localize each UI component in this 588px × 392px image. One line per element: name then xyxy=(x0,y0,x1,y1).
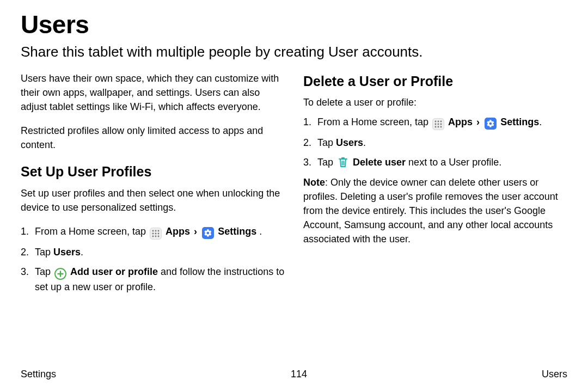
section-heading-delete: Delete a User or Profile xyxy=(303,71,567,91)
step-text: From a Home screen, tap xyxy=(35,226,149,237)
step-text: From a Home screen, tap xyxy=(317,117,431,127)
apps-grid-icon xyxy=(150,228,162,240)
svg-point-4 xyxy=(155,233,157,235)
note-paragraph: Note: Only the device owner can delete o… xyxy=(303,175,567,246)
svg-point-11 xyxy=(440,121,442,122)
delete-steps: From a Home screen, tap Apps › xyxy=(303,115,567,169)
settings-label: Settings xyxy=(218,226,256,237)
paragraph: Restricted profiles allow only limited a… xyxy=(21,124,285,152)
svg-point-7 xyxy=(155,236,157,237)
svg-point-17 xyxy=(440,126,442,128)
section-lead: To delete a user or profile: xyxy=(303,95,567,109)
settings-gear-icon xyxy=(202,227,214,239)
footer-left: Settings xyxy=(21,369,56,380)
footer-right: Users xyxy=(542,369,567,380)
step-text: . xyxy=(539,117,542,127)
step-text: . xyxy=(81,247,83,258)
step-text: Tap xyxy=(35,266,53,277)
page-intro: Share this tablet with multiple people b… xyxy=(21,44,567,60)
svg-point-8 xyxy=(158,236,160,237)
step-item: Tap Add user or profile and follow the i… xyxy=(33,265,285,294)
apps-label: Apps xyxy=(166,226,190,237)
svg-point-10 xyxy=(438,121,439,122)
bold-text: Delete user xyxy=(353,157,406,168)
apps-label: Apps xyxy=(448,117,473,127)
page-title: Users xyxy=(21,10,567,39)
svg-point-13 xyxy=(438,124,439,125)
step-item: From a Home screen, tap Apps › xyxy=(33,224,285,240)
svg-point-1 xyxy=(155,230,157,232)
svg-point-3 xyxy=(152,233,154,235)
step-item: Tap Delete user next to a User profile. xyxy=(315,155,567,169)
left-column: Users have their own space, which they c… xyxy=(21,71,285,299)
apps-grid-icon xyxy=(432,118,444,130)
svg-point-16 xyxy=(438,126,439,128)
step-item: Tap Users. xyxy=(33,245,285,259)
chevron-right-icon: › xyxy=(194,226,197,237)
section-lead: Set up user profiles and then select one… xyxy=(21,186,285,215)
svg-point-0 xyxy=(152,230,154,232)
note-body: : Only the device owner can delete other… xyxy=(303,177,558,244)
svg-point-14 xyxy=(440,124,442,125)
svg-point-15 xyxy=(435,126,437,128)
step-text: Tap xyxy=(317,157,336,168)
chevron-right-icon: › xyxy=(476,117,480,127)
step-text: . xyxy=(363,137,366,148)
page-footer: Settings 114 Users xyxy=(21,369,567,380)
settings-gear-icon xyxy=(485,118,497,130)
setup-steps: From a Home screen, tap Apps › xyxy=(21,224,285,294)
svg-point-5 xyxy=(158,233,160,235)
step-text: Tap xyxy=(317,137,336,148)
bold-text: Users xyxy=(336,137,363,148)
trash-delete-icon xyxy=(337,156,349,169)
step-item: From a Home screen, tap Apps › xyxy=(315,115,567,130)
svg-point-9 xyxy=(435,121,437,122)
step-item: Tap Users. xyxy=(315,136,567,150)
bold-text: Add user or profile xyxy=(70,266,158,277)
section-heading-setup: Set Up User Profiles xyxy=(21,162,285,181)
step-text: Tap xyxy=(35,247,53,258)
add-plus-icon xyxy=(54,268,66,280)
paragraph: Users have their own space, which they c… xyxy=(21,71,285,114)
settings-label: Settings xyxy=(500,117,539,127)
content-columns: Users have their own space, which they c… xyxy=(21,71,567,299)
step-text: next to a User profile. xyxy=(406,157,501,168)
right-column: Delete a User or Profile To delete a use… xyxy=(303,71,567,299)
note-label: Note xyxy=(303,177,325,188)
bold-text: Users xyxy=(53,247,81,258)
manual-page: Users Share this tablet with multiple pe… xyxy=(0,0,588,392)
step-text: . xyxy=(259,226,262,237)
svg-point-2 xyxy=(158,230,160,232)
svg-point-12 xyxy=(435,124,437,125)
svg-point-6 xyxy=(152,236,154,237)
footer-page-number: 114 xyxy=(291,369,307,380)
